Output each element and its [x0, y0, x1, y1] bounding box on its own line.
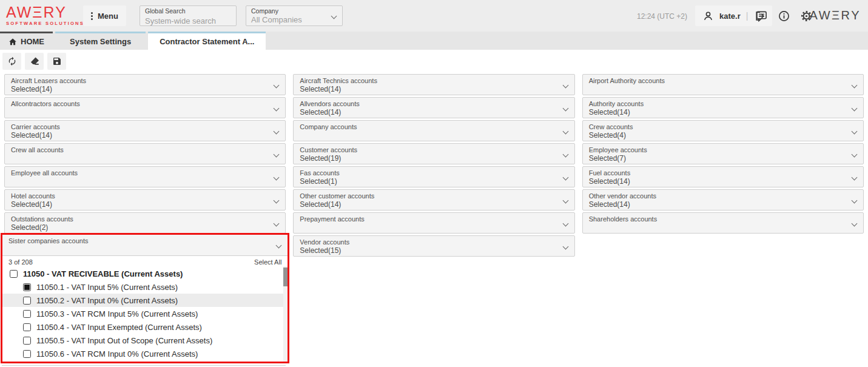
tab-system-settings[interactable]: System Settings: [55, 32, 146, 50]
dropdown-option[interactable]: 11050.3 - VAT RCM Input 5% (Current Asse…: [2, 307, 288, 320]
refresh-button[interactable]: [2, 53, 21, 70]
dropdown-option[interactable]: 11050.6 - VAT RCM Input 0% (Current Asse…: [2, 347, 288, 360]
field-crew-accounts[interactable]: Crew accounts Selected(4): [582, 120, 864, 141]
field-label: Employee accounts: [589, 146, 849, 154]
field-company-accounts[interactable]: Company accounts: [293, 120, 574, 141]
field-label: Carrier accounts: [11, 123, 271, 131]
chevron-down-icon: [852, 106, 858, 112]
field-shareholders-accounts[interactable]: Shareholders accounts: [582, 212, 864, 234]
checkbox[interactable]: [23, 323, 31, 331]
info-icon[interactable]: [778, 10, 790, 22]
chevron-down-icon: [852, 129, 858, 135]
dropdown-option[interactable]: 11050.1 - VAT Input 5% (Current Assets): [2, 280, 288, 294]
option-label: 11050.5 - VAT Input Out of Scope (Curren…: [36, 336, 212, 345]
chevron-down-icon: [852, 82, 858, 89]
field-aircraft-technics-accounts[interactable]: Aircraft Technics accounts Selected(14): [293, 74, 574, 95]
field-selected-value: Selected(14): [589, 177, 849, 186]
company-select[interactable]: Company All Companies: [246, 5, 343, 26]
logo-subtitle: SOFTWARE SOLUTIONS: [6, 21, 84, 26]
field-selected-value: Selected(1): [300, 177, 559, 186]
chevron-down-icon: [274, 175, 280, 181]
checkbox[interactable]: [10, 270, 18, 278]
field-label: Authority accounts: [589, 99, 849, 108]
chevron-down-icon: [562, 152, 568, 158]
scrollbar-thumb[interactable]: [283, 268, 288, 286]
field-selected-value: Selected(14): [300, 200, 559, 209]
field-label: Crew all accounts: [11, 146, 271, 154]
field-employee-accounts[interactable]: Employee accounts Selected(7): [582, 143, 864, 164]
checkbox[interactable]: [23, 283, 31, 291]
chevron-down-icon: [274, 221, 280, 227]
option-label: 11050.1 - VAT Input 5% (Current Assets): [36, 283, 178, 292]
chevron-down-icon: [852, 198, 858, 204]
chevron-down-icon: [852, 175, 858, 181]
checkbox[interactable]: [23, 350, 31, 358]
field-fas-accounts[interactable]: Fas accounts Selected(1): [293, 166, 574, 187]
account-filters-grid: Aircraft Leasers accounts Selected(14) A…: [0, 74, 868, 257]
field-carrier-accounts[interactable]: Carrier accounts Selected(14): [4, 120, 286, 141]
tab-home[interactable]: HOME: [0, 32, 53, 50]
tab-label: System Settings: [70, 37, 131, 46]
field-allvendors-accounts[interactable]: Allvendors accounts Selected(14): [293, 97, 574, 118]
field-employee-all-accounts[interactable]: Employee all accounts: [4, 166, 286, 187]
home-icon: [8, 38, 17, 46]
field-selected-value: Selected(14): [11, 131, 271, 140]
checkbox[interactable]: [23, 337, 31, 345]
chevron-down-icon: [562, 129, 568, 135]
field-fuel-accounts[interactable]: Fuel accounts Selected(14): [582, 166, 864, 187]
clock-text: 12:24 (UTC +2): [637, 12, 687, 21]
chevron-down-icon: [562, 244, 568, 250]
field-other-customer-accounts[interactable]: Other customer accounts Selected(14): [293, 189, 574, 210]
field-airport-authority-accounts[interactable]: Airport Authority accounts: [582, 74, 864, 95]
chevron-down-icon: [274, 82, 280, 89]
app-header: AWΞRY SOFTWARE SOLUTIONS Menu Global Sea…: [0, 0, 868, 32]
logo-text: AWΞRY: [6, 4, 84, 20]
refresh-icon: [7, 56, 17, 66]
field-label: Sister companies accounts: [8, 237, 273, 245]
field-outstations-accounts[interactable]: Outstations accounts Selected(2): [4, 212, 286, 234]
username-text: kate.r: [719, 12, 741, 21]
option-label: 11050.6 - VAT RCM Input 0% (Current Asse…: [36, 349, 198, 359]
field-sister-companies-accounts[interactable]: Sister companies accounts: [2, 235, 288, 256]
dropdown-option[interactable]: 11050.2 - VAT Input 0% (Current Assets): [2, 294, 288, 307]
global-search-field[interactable]: Global Search: [140, 5, 237, 26]
save-button[interactable]: [47, 53, 66, 70]
option-label: 11050.4 - VAT Input Exempted (Current As…: [36, 323, 202, 332]
chevron-down-icon: [274, 129, 280, 135]
tab-contractor-statement[interactable]: Contractor Statement A...: [148, 32, 266, 50]
dropdown-option[interactable]: 11050 - VAT RECIVEABLE (Current Assets): [2, 267, 288, 280]
search-input[interactable]: [145, 16, 231, 25]
clear-icon: [30, 56, 39, 66]
select-all-link[interactable]: Select All: [254, 258, 281, 266]
dropdown-option[interactable]: 11050.4 - VAT Input Exempted (Current As…: [2, 320, 288, 334]
checkbox[interactable]: [23, 310, 31, 318]
chevron-down-icon: [562, 175, 568, 181]
field-label: Airport Authority accounts: [589, 76, 849, 85]
field-selected-value: Selected(14): [300, 85, 559, 94]
field-hotel-accounts[interactable]: Hotel accounts Selected(14): [4, 189, 286, 210]
user-icon: [702, 10, 714, 22]
field-label: Vendor accounts: [300, 238, 559, 246]
field-selected-value: Selected(14): [11, 85, 271, 94]
field-label: Crew accounts: [589, 123, 849, 131]
clear-button[interactable]: [25, 53, 44, 70]
field-allcontractors-accounts[interactable]: Allcontractors accounts: [4, 97, 286, 118]
chat-icon[interactable]: [755, 10, 767, 22]
field-selected-value: Selected(14): [589, 108, 849, 117]
tab-bar: HOME System Settings Contractor Statemen…: [0, 32, 868, 50]
field-prepayment-accounts[interactable]: Prepayment accounts: [293, 212, 574, 234]
field-authority-accounts[interactable]: Authority accounts Selected(14): [582, 97, 864, 118]
field-customer-accounts[interactable]: Customer accounts Selected(19): [293, 143, 574, 164]
field-vendor-accounts[interactable]: Vendor accounts Selected(15): [293, 235, 574, 257]
dropdown-option[interactable]: 11050.5 - VAT Input Out of Scope (Curren…: [2, 334, 288, 347]
field-aircraft-leasers-accounts[interactable]: Aircraft Leasers accounts Selected(14): [4, 74, 286, 95]
menu-button[interactable]: Menu: [83, 5, 126, 26]
dropdown-list: 3 of 208 Select All 11050 - VAT RECIVEAB…: [2, 256, 288, 362]
checkbox[interactable]: [23, 297, 31, 305]
field-other-vendor-accounts[interactable]: Other vendor accounts Selected(14): [582, 189, 864, 210]
field-crew-all-accounts[interactable]: Crew all accounts: [4, 143, 286, 164]
header-icon-group: [755, 10, 812, 22]
menu-label: Menu: [98, 12, 118, 21]
field-label: Employee all accounts: [11, 169, 271, 177]
chevron-down-icon: [562, 198, 568, 204]
